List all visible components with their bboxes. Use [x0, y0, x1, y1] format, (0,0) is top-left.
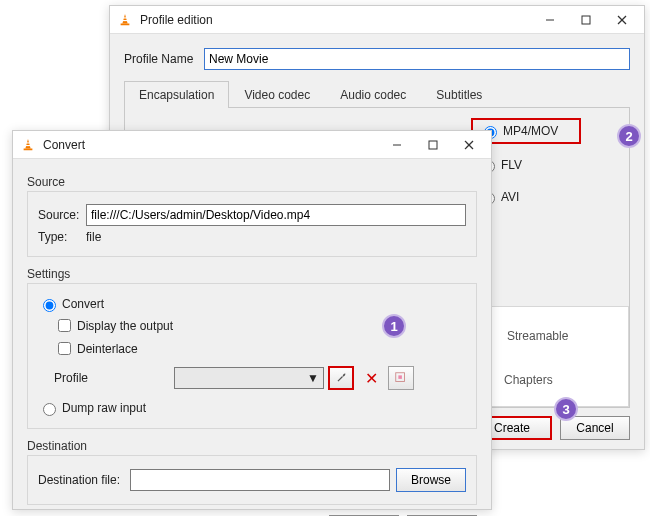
radio-convert-input[interactable]	[43, 299, 56, 312]
check-deinterlace-label: Deinterlace	[77, 342, 138, 356]
annotation-3: 3	[554, 397, 578, 421]
check-display-output-input[interactable]	[58, 319, 71, 332]
svg-rect-3	[123, 20, 127, 21]
annotation-1: 1	[382, 314, 406, 338]
minimize-button[interactable]	[379, 131, 415, 159]
close-button[interactable]	[604, 6, 640, 34]
tab-video-codec[interactable]: Video codec	[229, 81, 325, 108]
svg-rect-1	[121, 23, 130, 25]
profile-label: Profile	[54, 371, 174, 385]
profile-select[interactable]: ▼	[174, 367, 324, 389]
new-profile-button[interactable]	[388, 366, 414, 390]
svg-marker-0	[122, 13, 127, 23]
close-button[interactable]	[451, 131, 487, 159]
profile-titlebar: Profile edition	[110, 6, 644, 34]
type-label: Type:	[38, 230, 86, 244]
radio-mp4mov-label: MP4/MOV	[503, 124, 558, 138]
feature-chapters: Chapters	[504, 373, 553, 387]
section-source-title: Source	[27, 175, 477, 189]
svg-rect-17	[398, 375, 402, 379]
check-deinterlace[interactable]: Deinterlace	[54, 339, 466, 358]
radio-convert[interactable]: Convert	[38, 296, 466, 312]
svg-rect-11	[26, 145, 30, 146]
svg-rect-2	[123, 17, 127, 18]
check-display-output-label: Display the output	[77, 319, 173, 333]
vlc-icon	[118, 13, 132, 27]
delete-profile-button[interactable]: ✕	[358, 366, 384, 390]
radio-flv[interactable]: FLV	[471, 154, 611, 176]
svg-rect-13	[429, 141, 437, 149]
destination-label: Destination file:	[38, 473, 130, 487]
radio-flv-label: FLV	[501, 158, 522, 172]
tab-encapsulation[interactable]: Encapsulation	[124, 81, 229, 108]
check-deinterlace-input[interactable]	[58, 342, 71, 355]
source-input[interactable]	[86, 204, 466, 226]
radio-dump-raw-input[interactable]	[43, 403, 56, 416]
section-settings-title: Settings	[27, 267, 477, 281]
radio-dump-raw-label: Dump raw input	[62, 401, 146, 415]
profile-title: Profile edition	[140, 13, 532, 27]
annotation-2: 2	[617, 124, 641, 148]
vlc-icon	[21, 138, 35, 152]
type-value: file	[86, 230, 101, 244]
maximize-button[interactable]	[415, 131, 451, 159]
tabs: Encapsulation Video codec Audio codec Su…	[124, 80, 630, 108]
convert-titlebar: Convert	[13, 131, 491, 159]
source-label: Source:	[38, 208, 86, 222]
svg-rect-10	[26, 142, 30, 143]
section-destination-title: Destination	[27, 439, 477, 453]
radio-dump-raw[interactable]: Dump raw input	[38, 400, 466, 416]
browse-button[interactable]: Browse	[396, 468, 466, 492]
tab-audio-codec[interactable]: Audio codec	[325, 81, 421, 108]
tab-subtitles[interactable]: Subtitles	[421, 81, 497, 108]
new-icon	[394, 371, 408, 385]
convert-window: Convert Source Source: Type: file Settin…	[12, 130, 492, 510]
radio-avi-label: AVI	[501, 190, 519, 204]
radio-convert-label: Convert	[62, 297, 104, 311]
maximize-button[interactable]	[568, 6, 604, 34]
svg-rect-5	[582, 16, 590, 24]
profile-name-input[interactable]	[204, 48, 630, 70]
feature-streamable: Streamable	[507, 329, 568, 343]
svg-marker-8	[25, 138, 30, 148]
wrench-icon	[334, 371, 348, 385]
profile-name-label: Profile Name	[124, 52, 204, 66]
svg-rect-9	[24, 148, 33, 150]
edit-profile-button[interactable]	[328, 366, 354, 390]
convert-title: Convert	[43, 138, 379, 152]
destination-input[interactable]	[130, 469, 390, 491]
radio-avi[interactable]: AVI	[471, 186, 611, 208]
minimize-button[interactable]	[532, 6, 568, 34]
